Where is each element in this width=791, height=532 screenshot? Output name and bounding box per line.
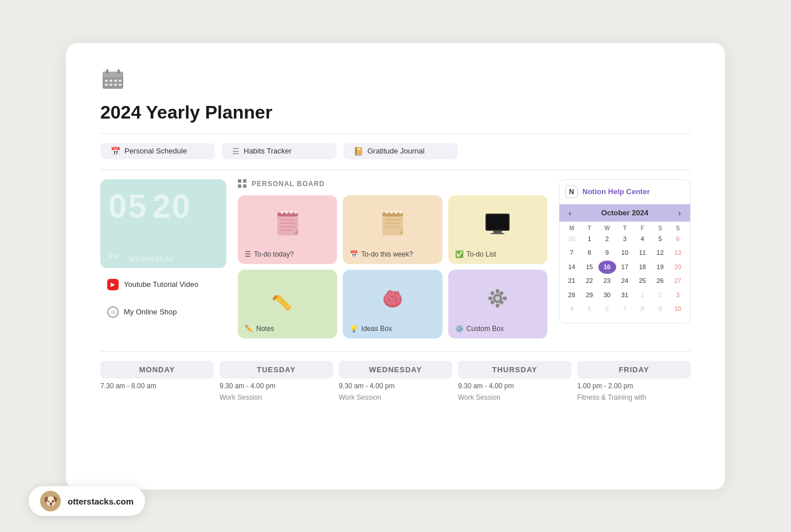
card-label-icon: ☰ [245, 250, 251, 258]
youtube-link[interactable]: ▶ Youtube Tutorial Video [100, 274, 226, 295]
schedule-time: 7.30 am - 8.00 am [100, 382, 214, 390]
day-s1: S [651, 224, 669, 232]
quick-link-habits-tracker[interactable]: ☰ Habits Tracker [222, 143, 336, 159]
calendar-day-cell[interactable]: 12 [651, 246, 669, 260]
card-emoji-todo-week [350, 201, 435, 247]
calendar-day-cell[interactable]: 2 [651, 289, 669, 302]
calendar-day-cell[interactable]: 8 [633, 302, 651, 316]
calendar-day-cell[interactable]: 9 [651, 302, 669, 316]
calendar-day-cell[interactable]: 24 [616, 274, 634, 288]
calendar-day-cell[interactable]: 28 [563, 289, 581, 302]
calendar-day-cell[interactable]: 30 [598, 289, 616, 302]
calendar-day-cell[interactable]: 1 [581, 232, 598, 246]
calendar-day-cell[interactable]: 31 [616, 289, 634, 302]
svg-rect-30 [385, 223, 400, 224]
page-title: 2024 Yearly Planner [100, 102, 691, 123]
svg-rect-34 [487, 215, 508, 230]
card-label-todo-today: ☰ To-do today? [245, 250, 330, 258]
shop-link[interactable]: ◎ My Online Shop [100, 301, 226, 323]
schedule-day-column: WEDNESDAY9.30 am - 4.00 pmWork Session [339, 361, 452, 401]
svg-rect-5 [109, 80, 112, 82]
svg-point-26 [390, 211, 393, 214]
svg-rect-49 [490, 290, 495, 295]
calendar-day-cell[interactable]: 22 [581, 274, 598, 288]
notion-title[interactable]: Notion Help Center [582, 187, 650, 196]
day-m: M [563, 224, 581, 232]
calendar-day-cell[interactable]: 16 [598, 261, 616, 274]
calendar-day-cell[interactable]: 20 [669, 261, 687, 274]
card-todo-today[interactable]: ☰ To-do today? [238, 195, 337, 264]
calendar-day-cell[interactable]: 7 [563, 246, 581, 260]
calendar-day-cell[interactable]: 10 [616, 246, 634, 260]
calendar-day-cell[interactable]: 23 [598, 274, 616, 288]
calendar-day-cell[interactable]: 2 [598, 232, 616, 246]
day-t1: T [581, 224, 598, 232]
svg-rect-1 [103, 72, 123, 77]
card-todo-week[interactable]: 📅 To-do this week? [343, 195, 442, 264]
calendar-day-cell[interactable]: 4 [563, 302, 581, 316]
quick-link-gratitude-journal[interactable]: 📔 Gratitude Journal [343, 143, 458, 159]
card-label-notes: ✏️ Notes [245, 325, 330, 333]
card-notes[interactable]: ✏️ Notes [238, 270, 337, 338]
clock-hour: 05 [108, 190, 148, 223]
quick-link-personal-schedule[interactable]: 📅 Personal Schedule [100, 143, 215, 159]
calendar-day-cell[interactable]: 19 [651, 261, 669, 274]
svg-point-27 [394, 211, 397, 214]
calendar-day-cell[interactable]: 14 [563, 261, 581, 274]
calendar-day-cell[interactable]: 13 [669, 246, 687, 260]
card-label-icon: 💡 [350, 325, 358, 333]
calendar-day-cell[interactable]: 4 [633, 232, 651, 246]
calendar-day-cell[interactable]: 1 [633, 289, 651, 302]
calendar-day-cell[interactable]: 29 [581, 289, 598, 302]
top-divider [100, 133, 691, 134]
middle-panel: PERSONAL BOARD [238, 179, 547, 338]
page-icon [100, 66, 691, 96]
calendar-day-names: M T W T F S S [559, 222, 690, 232]
cal-next-button[interactable]: › [676, 208, 683, 218]
calendar-day-cell[interactable]: 11 [633, 246, 651, 260]
svg-rect-2 [106, 69, 108, 74]
clock-bottom: PM WEDNESDAY [108, 253, 174, 262]
main-card: 2024 Yearly Planner 📅 Personal Schedule … [66, 43, 725, 490]
calendar-day-cell[interactable]: 3 [616, 232, 634, 246]
card-todo-list[interactable]: ✅ To-do List [448, 195, 547, 264]
calendar-day-cell[interactable]: 25 [633, 274, 651, 288]
day-f: F [633, 224, 651, 232]
clock-box: 05 20 PM WEDNESDAY [100, 179, 226, 268]
content-area: 05 20 PM WEDNESDAY ▶ Youtube Tutorial Vi… [100, 179, 691, 338]
clock-minute: 20 [152, 190, 192, 223]
calendar-day-cell[interactable]: 15 [581, 261, 598, 274]
calendar-day-cell[interactable]: 7 [616, 302, 634, 316]
svg-rect-20 [280, 226, 295, 227]
svg-point-17 [294, 211, 297, 214]
calendar-day-cell[interactable]: 9 [598, 246, 616, 260]
calendar-day-cell[interactable]: 17 [616, 261, 634, 274]
calendar-day-cell[interactable]: 3 [669, 289, 687, 302]
calendar-day-cell[interactable]: 5 [581, 302, 598, 316]
card-custom[interactable]: ⚙️ Custom Box [448, 270, 547, 338]
dog-avatar: 🐶 [40, 491, 61, 511]
calendar-day-cell[interactable]: 6 [669, 232, 687, 246]
quick-link-label: Habits Tracker [244, 147, 292, 155]
svg-rect-31 [385, 226, 400, 227]
svg-rect-7 [119, 80, 122, 82]
calendar-day-cell[interactable]: 18 [633, 261, 651, 274]
notion-header[interactable]: N Notion Help Center [559, 179, 691, 204]
schedule-grid: MONDAY7.30 am - 8.00 amTUESDAY9.30 am - … [100, 361, 691, 401]
calendar-icon: 📅 [111, 147, 120, 156]
card-ideas[interactable]: 💡 Ideas Box [343, 270, 442, 338]
calendar-day-cell[interactable]: 6 [598, 302, 616, 316]
calendar-day-cell[interactable]: 27 [669, 274, 687, 288]
bottom-bar: 🐶 otterstacks.com [29, 486, 145, 516]
schedule-event: Work Session [339, 393, 452, 401]
calendar-day-cell[interactable]: 26 [651, 274, 669, 288]
calendar-day-cell[interactable]: 21 [563, 274, 581, 288]
calendar-day-cell[interactable]: 30 [563, 232, 581, 246]
calendar-day-cell[interactable]: 8 [581, 246, 598, 260]
calendar-day-cell[interactable]: 10 [669, 302, 687, 316]
schedule-time: 9.30 am - 4.00 pm [339, 382, 452, 390]
card-label-icon: ⚙️ [455, 325, 464, 333]
cal-prev-button[interactable]: ‹ [566, 208, 574, 218]
calendar-day-cell[interactable]: 5 [651, 232, 669, 246]
svg-rect-29 [385, 219, 400, 220]
